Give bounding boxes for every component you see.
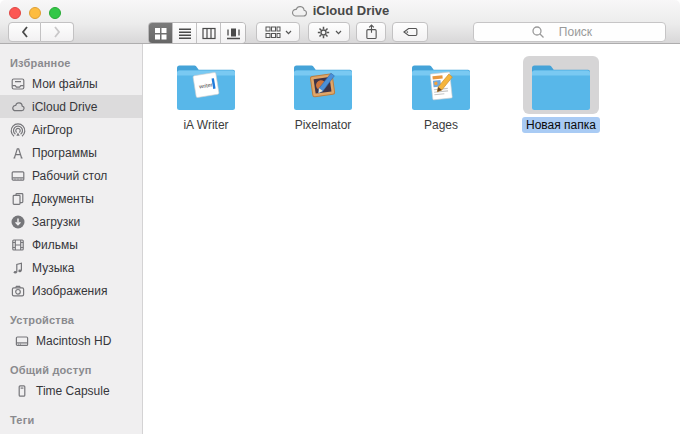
harddrive-icon [14, 333, 30, 349]
sidebar-item-time-capsule[interactable]: Time Capsule [0, 379, 142, 402]
sidebar-item-my-files[interactable]: Мои файлы [0, 72, 142, 95]
gear-icon [316, 25, 331, 40]
file-label-text: Pixelmator [295, 118, 352, 132]
share-icon [365, 24, 378, 40]
file-label[interactable]: Pixelmator [271, 118, 375, 132]
sidebar-item-downloads[interactable]: Загрузки [0, 210, 142, 233]
coverflow-view-icon [226, 27, 241, 40]
window-title-text: iCloud Drive [313, 3, 390, 18]
sidebar-item-label: Мои файлы [32, 77, 98, 91]
pixelmator-badge [307, 69, 339, 105]
myfiles-icon [10, 76, 26, 92]
arrange-icon [265, 26, 281, 39]
sidebar-section: ИзбранноеМои файлыiCloud DriveAirDropПро… [0, 53, 142, 302]
list-view-icon [178, 27, 192, 40]
folder-icon [529, 61, 593, 113]
view-switcher [148, 22, 246, 44]
file-item-ia-writer[interactable]: writeriA Writer [154, 56, 258, 132]
timecapsule-icon [14, 383, 30, 399]
search-field [473, 22, 666, 42]
sidebar-item-applications[interactable]: Программы [0, 141, 142, 164]
grid-view-icon [154, 27, 167, 40]
sidebar-item-documents[interactable]: Документы [0, 187, 142, 210]
coverflow-view-button[interactable] [221, 23, 245, 43]
pages-badge [425, 69, 457, 107]
file-item-new-folder[interactable]: Новая папка [509, 56, 613, 132]
finder-window: iCloud Drive [0, 0, 680, 434]
chevron-left-icon [20, 25, 30, 39]
file-icon-area[interactable] [285, 56, 361, 114]
toolbar: iCloud Drive [0, 0, 680, 44]
icloud-icon [10, 99, 26, 115]
arrange-button[interactable] [256, 22, 300, 42]
share-button[interactable] [356, 22, 386, 42]
sidebar-section-title: Общий доступ [0, 360, 142, 379]
back-button[interactable] [8, 22, 41, 42]
sidebar-section: Общий доступTime Capsule [0, 360, 142, 402]
file-item-pages[interactable]: Pages [389, 56, 493, 132]
file-icon-area[interactable] [403, 56, 479, 114]
pictures-icon [10, 283, 26, 299]
file-view[interactable]: writeriA Writer Pixelmator Pages Новая п… [144, 44, 680, 434]
sidebar-item-music[interactable]: Музыка [0, 256, 142, 279]
documents-icon [10, 191, 26, 207]
sidebar-section: УстройстваMacintosh HD [0, 310, 142, 352]
sidebar-section-title: Теги [0, 410, 142, 429]
ia-writer-badge: writer [190, 69, 222, 105]
sidebar-item-label: Музыка [32, 261, 74, 275]
sidebar-item-label: Программы [32, 146, 97, 160]
file-label[interactable]: Новая папка [509, 118, 613, 132]
tag-icon [401, 25, 420, 39]
file-label[interactable]: iA Writer [154, 118, 258, 132]
nav-buttons [8, 22, 74, 42]
sidebar-item-pictures[interactable]: Изображения [0, 279, 142, 302]
downloads-icon [10, 214, 26, 230]
sidebar-item-label: iCloud Drive [32, 100, 97, 114]
sidebar-item-label: Фильмы [32, 238, 78, 252]
icloud-icon [291, 5, 308, 17]
sidebar-section-title: Избранное [0, 53, 142, 72]
file-label-text: iA Writer [183, 118, 228, 132]
sidebar-item-label: Изображения [32, 284, 107, 298]
sidebar-item-movies[interactable]: Фильмы [0, 233, 142, 256]
sidebar-item-label: Time Capsule [36, 384, 110, 398]
sidebar-item-airdrop[interactable]: AirDrop [0, 118, 142, 141]
tag-button[interactable] [392, 22, 428, 42]
file-label-text: Новая папка [522, 117, 600, 133]
applications-icon [10, 145, 26, 161]
sidebar-item-desktop[interactable]: Рабочий стол [0, 164, 142, 187]
sidebar-section: Теги [0, 410, 142, 429]
search-input[interactable] [473, 22, 666, 42]
sidebar-item-label: Загрузки [32, 215, 80, 229]
icons-view-button[interactable] [149, 23, 173, 43]
airdrop-icon [10, 122, 26, 138]
window-title: iCloud Drive [0, 3, 680, 18]
chevron-right-icon [52, 25, 62, 39]
forward-button[interactable] [41, 22, 74, 42]
desktop-icon [10, 168, 26, 184]
sidebar-item-icloud-drive[interactable]: iCloud Drive [0, 95, 142, 118]
sidebar-item-macintosh-hd[interactable]: Macintosh HD [0, 329, 142, 352]
pixelmator-badge-icon [307, 69, 339, 101]
chevron-down-icon [335, 30, 342, 35]
file-icon-area[interactable]: writer [168, 56, 244, 114]
action-button[interactable] [308, 22, 350, 42]
chevron-down-icon [285, 30, 292, 35]
file-label[interactable]: Pages [389, 118, 493, 132]
columns-view-button[interactable] [197, 23, 221, 43]
file-label-text: Pages [424, 118, 458, 132]
movies-icon [10, 237, 26, 253]
sidebar: ИзбранноеМои файлыiCloud DriveAirDropПро… [0, 44, 143, 434]
list-view-button[interactable] [173, 23, 197, 43]
sidebar-item-label: Документы [32, 192, 94, 206]
columns-view-icon [202, 27, 216, 40]
sidebar-item-label: Рабочий стол [32, 169, 107, 183]
music-icon [10, 260, 26, 276]
sidebar-section-title: Устройства [0, 310, 142, 329]
file-item-pixelmator[interactable]: Pixelmator [271, 56, 375, 132]
file-icon-area[interactable] [523, 56, 599, 114]
ia-writer-badge-icon: writer [190, 69, 222, 101]
pages-badge-icon [425, 69, 457, 103]
sidebar-item-label: AirDrop [32, 123, 73, 137]
sidebar-item-label: Macintosh HD [36, 334, 111, 348]
